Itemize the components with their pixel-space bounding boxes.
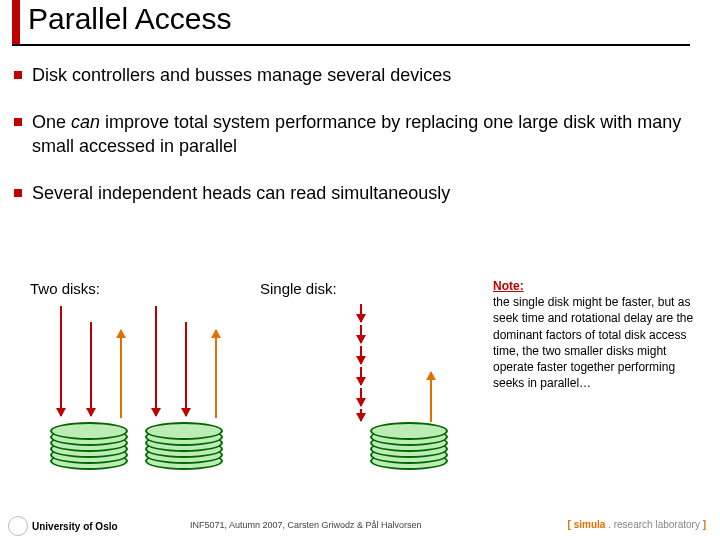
bullet-list: Disk controllers and busses manage sever…	[14, 64, 698, 230]
arrow-down-icon	[360, 367, 362, 385]
footer: University of Oslo INF5071, Autumn 2007,…	[0, 508, 720, 536]
arrow-down-icon	[60, 306, 62, 416]
text-span: improve total system performance by repl…	[32, 112, 681, 155]
footer-course: INF5071, Autumn 2007, Carsten Griwodz & …	[190, 520, 422, 530]
bullet-text: One can improve total system performance…	[32, 111, 698, 158]
bullet-text: Several independent heads can read simul…	[32, 182, 698, 205]
page-title: Parallel Access	[28, 2, 231, 36]
disk-stack	[370, 420, 448, 466]
note-title: Note:	[493, 279, 524, 293]
arrow-down-icon	[360, 409, 362, 421]
bullet-item: Several independent heads can read simul…	[14, 182, 698, 205]
text-span: Disk controllers and busses manage sever…	[32, 65, 451, 85]
text-span: One	[32, 112, 71, 132]
arrow-up-icon	[430, 372, 432, 422]
arrow-down-icon	[360, 388, 362, 406]
arrow-down-icon	[360, 304, 362, 322]
single-disk-label: Single disk:	[260, 280, 337, 297]
disk-stack	[145, 420, 223, 466]
text-em: can	[71, 112, 100, 132]
bracket-icon: ]	[700, 519, 706, 530]
arrow-down-icon	[155, 306, 157, 416]
text-span: simula	[574, 519, 606, 530]
title-accent	[12, 0, 20, 44]
arrow-down-icon	[360, 346, 362, 364]
uio-seal-icon	[8, 516, 28, 536]
bullet-icon	[14, 71, 22, 79]
note-body: the single disk might be faster, but as …	[493, 295, 693, 390]
arrow-down-icon	[90, 322, 92, 416]
arrow-down-icon	[185, 322, 187, 416]
footer-lab: [ simula . research laboratory ]	[568, 519, 706, 530]
text-span: . research laboratory	[605, 519, 700, 530]
note-box: Note: the single disk might be faster, b…	[493, 278, 708, 391]
arrow-up-icon	[120, 330, 122, 418]
footer-affiliation: University of Oslo	[32, 521, 118, 532]
two-disks-label: Two disks:	[30, 280, 100, 297]
bullet-item: Disk controllers and busses manage sever…	[14, 64, 698, 87]
title-bar: Parallel Access	[0, 0, 720, 52]
text-span: Several independent heads can read simul…	[32, 183, 450, 203]
disk-stack	[50, 420, 128, 466]
arrow-up-icon	[215, 330, 217, 418]
arrow-down-icon	[360, 325, 362, 343]
bullet-item: One can improve total system performance…	[14, 111, 698, 158]
bullet-text: Disk controllers and busses manage sever…	[32, 64, 698, 87]
bullet-icon	[14, 189, 22, 197]
title-rule	[12, 44, 690, 46]
slide: Parallel Access Disk controllers and bus…	[0, 0, 720, 540]
bullet-icon	[14, 118, 22, 126]
